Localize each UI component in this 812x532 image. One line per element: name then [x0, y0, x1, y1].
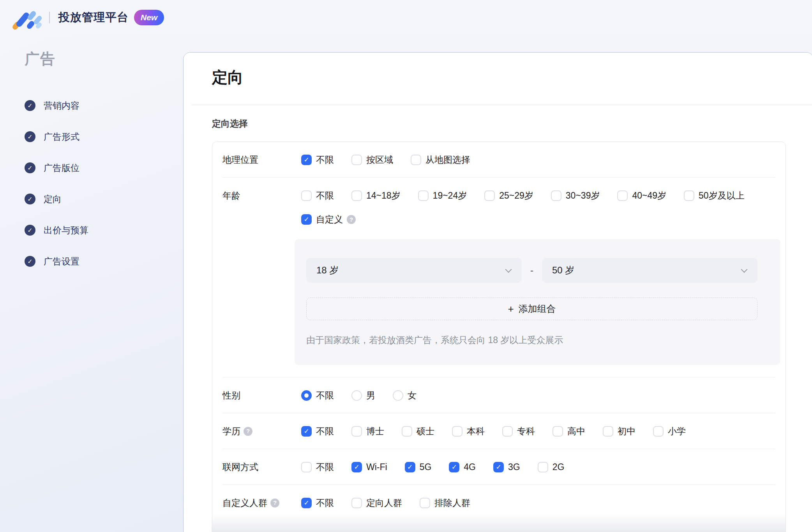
radio-icon[interactable]	[351, 390, 362, 401]
sidebar-item-ad-placement[interactable]: 广告版位	[0, 152, 183, 183]
form-row-education: 学历 不限博士硕士本科专科高中初中小学	[222, 413, 775, 449]
option-label: 4G	[464, 462, 476, 472]
help-icon[interactable]	[270, 499, 279, 507]
checkbox-icon[interactable]	[617, 190, 628, 201]
checkbox-icon[interactable]	[405, 462, 415, 472]
option-label: 从地图选择	[425, 154, 470, 165]
checkbox-icon[interactable]	[653, 426, 664, 437]
checkbox-icon[interactable]	[418, 190, 429, 201]
option-label: 女	[408, 390, 417, 401]
option-label: 30~39岁	[566, 190, 600, 201]
radio-icon[interactable]	[301, 390, 312, 401]
radio-option[interactable]: 女	[393, 390, 417, 401]
checkbox-icon[interactable]	[301, 498, 312, 508]
checkbox-option[interactable]: 不限	[301, 190, 334, 201]
chevron-down-icon	[505, 266, 512, 273]
help-icon[interactable]	[347, 215, 356, 224]
checkbox-icon[interactable]	[351, 462, 362, 472]
checkbox-option[interactable]: 不限	[301, 426, 334, 437]
checkbox-option[interactable]: 自定义	[301, 214, 356, 225]
row-label-text: 学历	[222, 426, 240, 437]
checkbox-icon[interactable]	[493, 462, 504, 472]
add-combination-label: 添加组合	[519, 303, 556, 315]
option-label: 不限	[316, 497, 334, 508]
option-label: 5G	[420, 462, 432, 472]
checkbox-option[interactable]: 40~49岁	[617, 190, 666, 201]
checkbox-icon[interactable]	[301, 155, 312, 165]
checkbox-icon[interactable]	[351, 190, 362, 201]
sidebar-title: 广告	[25, 49, 183, 69]
checkbox-option[interactable]: 初中	[603, 426, 635, 437]
sidebar-item-targeting[interactable]: 定向	[0, 183, 183, 215]
custom-audience-options: 不限定向人群排除人群	[301, 497, 772, 508]
option-label: 不限	[316, 426, 334, 437]
sidebar-item-ad-settings[interactable]: 广告设置	[0, 246, 183, 277]
checkbox-option[interactable]: 不限	[301, 497, 334, 508]
checkbox-icon[interactable]	[553, 426, 563, 437]
geo-options: 不限按区域从地图选择	[301, 154, 772, 165]
checkbox-icon[interactable]	[684, 190, 694, 201]
checkbox-option[interactable]: 3G	[493, 462, 520, 472]
targeting-card: 定向 定向选择 地理位置 不限按区域从地图选择 年龄 不限14~18岁19~24…	[183, 52, 812, 532]
checkbox-icon[interactable]	[402, 426, 412, 437]
checkbox-option[interactable]: 博士	[351, 426, 384, 437]
option-label: 不限	[316, 190, 334, 201]
checkbox-option[interactable]: 按区域	[351, 154, 393, 165]
row-label-network: 联网方式	[222, 462, 279, 472]
checkbox-icon[interactable]	[301, 214, 312, 225]
checkbox-option[interactable]: 14~18岁	[351, 190, 401, 201]
checkbox-icon[interactable]	[551, 190, 561, 201]
checkbox-icon[interactable]	[351, 498, 362, 508]
option-label: 19~24岁	[433, 190, 467, 201]
step-done-check-icon	[25, 256, 35, 267]
radio-option[interactable]: 不限	[301, 390, 334, 401]
checkbox-option[interactable]: 2G	[538, 462, 565, 472]
checkbox-option[interactable]: 4G	[449, 462, 476, 472]
checkbox-option[interactable]: 定向人群	[351, 497, 402, 508]
checkbox-option[interactable]: 本科	[452, 426, 485, 437]
checkbox-option[interactable]: Wi-Fi	[351, 462, 387, 472]
checkbox-option[interactable]: 专科	[502, 426, 535, 437]
checkbox-option[interactable]: 小学	[653, 426, 686, 437]
checkbox-option[interactable]: 不限	[301, 462, 334, 472]
add-combination-button[interactable]: + 添加组合	[306, 298, 757, 320]
checkbox-icon[interactable]	[452, 426, 462, 437]
checkbox-option[interactable]: 排除人群	[420, 497, 470, 508]
checkbox-icon[interactable]	[502, 426, 513, 437]
checkbox-option[interactable]: 高中	[553, 426, 585, 437]
help-icon[interactable]	[244, 427, 252, 436]
option-label: 3G	[508, 462, 520, 472]
age-from-select[interactable]: 18 岁	[306, 258, 522, 283]
checkbox-icon[interactable]	[301, 426, 312, 437]
checkbox-icon[interactable]	[411, 155, 421, 165]
option-label: 男	[366, 390, 375, 401]
checkbox-icon[interactable]	[449, 462, 459, 472]
checkbox-option[interactable]: 25~29岁	[484, 190, 533, 201]
checkbox-option[interactable]: 不限	[301, 154, 334, 165]
checkbox-icon[interactable]	[484, 190, 495, 201]
row-label-text: 地理位置	[222, 154, 258, 165]
sidebar-item-ad-format[interactable]: 广告形式	[0, 121, 183, 152]
checkbox-option[interactable]: 硕士	[402, 426, 434, 437]
header-divider	[49, 12, 50, 23]
checkbox-option[interactable]: 50岁及以上	[684, 190, 745, 201]
checkbox-option[interactable]: 5G	[405, 462, 432, 472]
checkbox-option[interactable]: 30~39岁	[551, 190, 600, 201]
option-label: 排除人群	[434, 497, 470, 508]
checkbox-icon[interactable]	[603, 426, 613, 437]
age-to-select[interactable]: 50 岁	[542, 258, 757, 283]
checkbox-icon[interactable]	[351, 155, 362, 165]
form-row-custom-audience: 自定义人群 不限定向人群排除人群	[222, 485, 775, 520]
checkbox-icon[interactable]	[301, 190, 312, 201]
sidebar-item-bid-budget[interactable]: 出价与预算	[0, 215, 183, 246]
radio-option[interactable]: 男	[351, 390, 375, 401]
app-header: 投放管理平台 New	[0, 0, 812, 35]
checkbox-icon[interactable]	[301, 462, 312, 472]
radio-icon[interactable]	[393, 390, 403, 401]
checkbox-option[interactable]: 从地图选择	[411, 154, 470, 165]
sidebar-item-marketing-content[interactable]: 营销内容	[0, 90, 183, 121]
checkbox-option[interactable]: 19~24岁	[418, 190, 467, 201]
checkbox-icon[interactable]	[420, 498, 430, 508]
checkbox-icon[interactable]	[538, 462, 548, 472]
checkbox-icon[interactable]	[351, 426, 362, 437]
